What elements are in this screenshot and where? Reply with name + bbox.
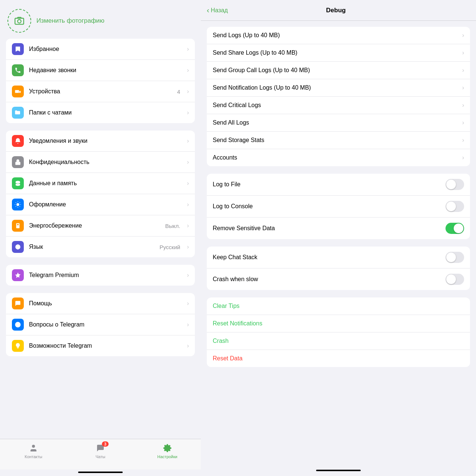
- settings-row-notifications[interactable]: Уведомления и звуки ›: [6, 131, 195, 152]
- settings-row-devices[interactable]: Устройства 4 ›: [6, 81, 195, 102]
- chevron-icon: ›: [187, 222, 189, 229]
- chevron-icon: ›: [187, 109, 189, 116]
- features-label: Возможности Telegram: [29, 342, 182, 349]
- send-all-logs-row[interactable]: Send All Logs ›: [207, 114, 470, 132]
- chevron-icon: ›: [187, 138, 189, 144]
- log-to-file-label: Log to File: [213, 181, 446, 188]
- send-group-call-logs-row[interactable]: Send Group Call Logs (Up to 40 MB) ›: [207, 62, 470, 79]
- chevron-icon: ›: [462, 32, 464, 39]
- notifications-icon: [12, 135, 24, 147]
- help-label: Помощь: [29, 300, 182, 307]
- send-critical-logs-row[interactable]: Send Critical Logs ›: [207, 97, 470, 114]
- chats-tab-icon-wrap: 3: [95, 443, 106, 453]
- settings-group-help: Помощь › Вопросы о Telegram › Возможност…: [6, 293, 195, 356]
- log-to-file-row: Log to File: [207, 174, 470, 196]
- settings-row-features[interactable]: Возможности Telegram ›: [6, 335, 195, 356]
- settings-row-power[interactable]: Энергосбережение Выкл. ›: [6, 215, 195, 237]
- log-to-file-toggle[interactable]: [446, 179, 464, 190]
- crash-when-slow-toggle[interactable]: [446, 274, 464, 285]
- faq-label: Вопросы о Telegram: [29, 321, 182, 328]
- remove-sensitive-data-toggle[interactable]: [446, 223, 464, 234]
- bookmarks-label: Избранное: [29, 46, 182, 52]
- chevron-icon: ›: [187, 321, 189, 328]
- profile-section[interactable]: Изменить фотографию: [0, 0, 201, 39]
- settings-tab-icon-wrap: [162, 443, 173, 453]
- left-settings-content: Избранное › Недавние звонки › Устройства…: [0, 39, 201, 439]
- data-icon: [12, 177, 24, 189]
- tab-contacts[interactable]: Контакты: [0, 443, 67, 459]
- reset-notifications-row[interactable]: Reset Notifications: [207, 315, 470, 332]
- action-group: Clear Tips Reset Notifications Crash Res…: [207, 298, 470, 367]
- send-share-logs-row[interactable]: Send Share Logs (Up to 40 MB) ›: [207, 44, 470, 62]
- settings-row-recent-calls[interactable]: Недавние звонки ›: [6, 60, 195, 81]
- svg-point-1: [17, 20, 21, 23]
- chevron-icon: ›: [187, 244, 189, 250]
- premium-icon: [12, 269, 24, 281]
- back-button[interactable]: ‹ Назад: [207, 6, 228, 15]
- tab-chats[interactable]: 3 Чаты: [67, 443, 134, 459]
- language-label: Язык: [29, 244, 154, 250]
- data-label: Данные и память: [29, 180, 182, 187]
- settings-row-premium[interactable]: Telegram Premium ›: [6, 265, 195, 286]
- help-icon: [12, 298, 24, 309]
- chevron-icon: ›: [187, 300, 189, 307]
- send-all-logs-label: Send All Logs: [213, 119, 462, 126]
- folders-label: Папки с чатами: [29, 109, 182, 116]
- keep-chat-stack-label: Keep Chat Stack: [213, 254, 446, 261]
- chevron-icon: ›: [187, 159, 189, 165]
- svg-rect-2: [15, 90, 19, 93]
- send-logs-row[interactable]: Send Logs (Up to 40 MB) ›: [207, 27, 470, 44]
- reset-notifications-label: Reset Notifications: [213, 320, 262, 327]
- chevron-icon: ›: [187, 67, 189, 74]
- home-indicator-left: [78, 472, 123, 473]
- log-to-console-toggle[interactable]: [446, 201, 464, 212]
- chevron-icon: ›: [187, 201, 189, 208]
- svg-rect-4: [15, 162, 20, 165]
- svg-rect-7: [16, 223, 20, 228]
- chevron-icon: ›: [187, 46, 189, 52]
- toggle-group-2: Keep Chat Stack Crash when slow: [207, 247, 470, 290]
- tab-bar: Контакты 3 Чаты Настройки: [0, 439, 201, 469]
- accounts-row[interactable]: Accounts ›: [207, 149, 470, 166]
- settings-row-privacy[interactable]: Конфиденциальность ›: [6, 152, 195, 173]
- settings-row-folders[interactable]: Папки с чатами ›: [6, 102, 195, 123]
- chevron-icon: ›: [187, 180, 189, 187]
- notifications-label: Уведомления и звуки: [29, 138, 182, 144]
- chevron-icon: ›: [187, 272, 189, 279]
- appearance-icon: [12, 199, 24, 210]
- settings-row-language[interactable]: Язык Русский ›: [6, 237, 195, 257]
- settings-row-bookmarks[interactable]: Избранное ›: [6, 39, 195, 60]
- remove-sensitive-data-label: Remove Sensitive Data: [213, 225, 446, 232]
- crash-when-slow-row: Crash when slow: [207, 268, 470, 290]
- tab-settings[interactable]: Настройки: [134, 443, 201, 459]
- reset-data-label: Reset Data: [213, 355, 242, 362]
- chevron-icon: ›: [462, 49, 464, 56]
- send-notification-logs-row[interactable]: Send Notification Logs (Up to 40 MB) ›: [207, 79, 470, 97]
- language-badge: Русский: [160, 244, 180, 250]
- chats-tab-badge: 3: [102, 441, 109, 447]
- settings-row-appearance[interactable]: Оформление ›: [6, 194, 195, 215]
- clear-tips-row[interactable]: Clear Tips: [207, 298, 470, 315]
- premium-label: Telegram Premium: [29, 272, 182, 279]
- home-indicator-right: [201, 465, 476, 476]
- settings-row-faq[interactable]: Вопросы о Telegram ›: [6, 314, 195, 335]
- bookmarks-icon: [12, 43, 24, 55]
- reset-data-row[interactable]: Reset Data: [207, 350, 470, 367]
- profile-photo-button[interactable]: [7, 9, 31, 33]
- settings-row-data[interactable]: Данные и память ›: [6, 173, 195, 194]
- send-share-logs-label: Send Share Logs (Up to 40 MB): [213, 49, 462, 56]
- send-storage-stats-label: Send Storage Stats: [213, 137, 462, 144]
- keep-chat-stack-toggle[interactable]: [446, 252, 464, 263]
- chats-tab-label: Чаты: [96, 454, 105, 459]
- send-storage-stats-row[interactable]: Send Storage Stats ›: [207, 132, 470, 149]
- svg-rect-8: [17, 224, 19, 225]
- send-notification-logs-label: Send Notification Logs (Up to 40 MB): [213, 84, 462, 91]
- settings-row-help[interactable]: Помощь ›: [6, 293, 195, 314]
- svg-point-6: [16, 203, 19, 206]
- privacy-icon: [12, 156, 24, 168]
- back-chevron-icon: ‹: [207, 6, 209, 15]
- power-label: Энергосбережение: [29, 222, 160, 229]
- log-to-console-label: Log to Console: [213, 203, 446, 210]
- crash-row[interactable]: Crash: [207, 332, 470, 350]
- accounts-label: Accounts: [213, 154, 462, 161]
